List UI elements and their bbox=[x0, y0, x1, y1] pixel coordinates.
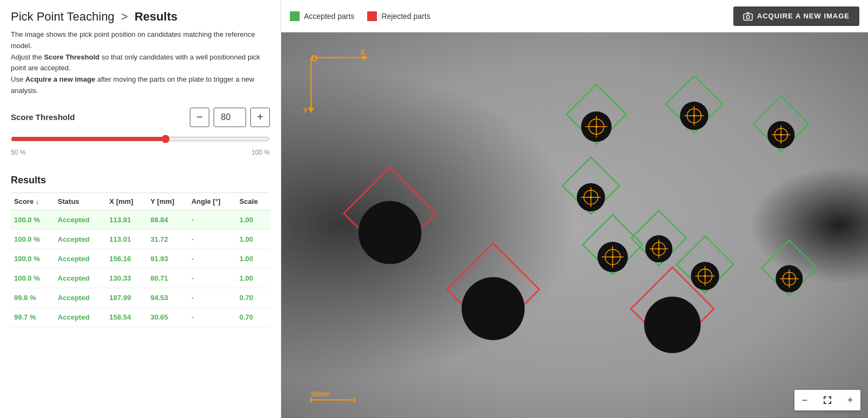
desc-line2-prefix: Adjust the bbox=[11, 53, 44, 61]
cell-row1-col3: 31.72 bbox=[147, 229, 188, 249]
slider-min-label: 50 % bbox=[11, 149, 25, 156]
cell-row4-col0: 99.8 % bbox=[11, 288, 55, 307]
legend-accepted: Accepted parts bbox=[290, 11, 354, 21]
left-panel: Pick Point Teaching > Results The image … bbox=[0, 0, 281, 418]
col-status: Status bbox=[55, 193, 107, 210]
desc-score-threshold-bold: Score Threshold bbox=[44, 53, 100, 61]
col-x: X [mm] bbox=[106, 193, 147, 210]
svg-point-36 bbox=[590, 196, 592, 198]
cell-row1-col4: - bbox=[188, 229, 236, 249]
desc-acquire-bold: Acquire a new image bbox=[25, 75, 95, 83]
desc-line3-prefix: Use bbox=[11, 75, 25, 83]
table-row[interactable]: 100.0 %Accepted113.9188.84-1.00 bbox=[11, 210, 270, 229]
zoom-controls: − + bbox=[794, 390, 860, 410]
legend-accepted-label: Accepted parts bbox=[304, 12, 354, 21]
cell-row5-col2: 158.54 bbox=[106, 307, 147, 327]
svg-rect-69 bbox=[824, 396, 825, 399]
threshold-slider-container bbox=[11, 135, 270, 145]
slider-labels: 50 % 100 % bbox=[11, 149, 270, 156]
breadcrumb: Pick Point Teaching > Results bbox=[11, 10, 270, 24]
results-section: Results Score ↓ Status X [mm] Y [mm] Ang… bbox=[11, 175, 270, 327]
breadcrumb-separator: > bbox=[121, 10, 128, 23]
table-row[interactable]: 100.0 %Accepted113.0131.72-1.00 bbox=[11, 229, 270, 249]
zoom-fit-button[interactable] bbox=[817, 390, 838, 410]
cell-row2-col3: 91.93 bbox=[147, 249, 188, 268]
image-area: O X Y 50mm − bbox=[281, 32, 868, 418]
table-row[interactable]: 99.7 %Accepted158.5430.65-0.70 bbox=[11, 307, 270, 327]
axis-y-label: Y bbox=[303, 106, 308, 115]
svg-point-48 bbox=[658, 248, 660, 250]
results-tbody: 100.0 %Accepted113.9188.84-1.00100.0 %Ac… bbox=[11, 210, 270, 327]
breadcrumb-parent[interactable]: Pick Point Teaching bbox=[11, 10, 115, 23]
scene-svg: O X Y 50mm bbox=[281, 32, 868, 418]
breadcrumb-current: Results bbox=[135, 10, 177, 23]
description-text: The image shows the pick point position … bbox=[11, 29, 270, 97]
cell-row5-col4: - bbox=[188, 307, 236, 327]
camera-icon bbox=[743, 12, 753, 21]
threshold-label: Score Threshold bbox=[11, 112, 185, 122]
cell-row1-col1: Accepted bbox=[55, 229, 107, 249]
svg-point-18 bbox=[595, 125, 598, 128]
scale-bar-label: 50mm bbox=[311, 390, 330, 398]
threshold-increment-button[interactable]: + bbox=[250, 108, 270, 127]
cell-row0-col0: 100.0 % bbox=[11, 210, 55, 229]
cell-row4-col4: - bbox=[188, 288, 236, 307]
cell-row3-col3: 80.71 bbox=[147, 268, 188, 288]
svg-point-3 bbox=[746, 15, 750, 18]
threshold-controls: Score Threshold − + bbox=[11, 108, 270, 127]
col-y: Y [mm] bbox=[147, 193, 188, 210]
table-row[interactable]: 100.0 %Accepted130.3380.71-1.00 bbox=[11, 268, 270, 288]
svg-point-60 bbox=[788, 277, 790, 280]
accepted-color-icon bbox=[290, 11, 300, 21]
right-panel: Accepted parts Rejected parts ACQUIRE A … bbox=[281, 0, 868, 418]
acquire-new-image-button[interactable]: ACQUIRE A NEW IMAGE bbox=[733, 6, 859, 26]
svg-point-42 bbox=[612, 256, 614, 258]
zoom-fit-icon bbox=[822, 395, 833, 406]
cell-row2-col0: 100.0 % bbox=[11, 249, 55, 268]
cell-row4-col5: 0.70 bbox=[236, 288, 270, 307]
col-angle: Angle [°] bbox=[188, 193, 236, 210]
threshold-value-input[interactable] bbox=[214, 108, 246, 127]
svg-point-10 bbox=[462, 277, 525, 340]
threshold-slider[interactable] bbox=[11, 135, 270, 143]
cell-row3-col5: 1.00 bbox=[236, 268, 270, 288]
cell-row5-col3: 30.65 bbox=[147, 307, 188, 327]
cell-row1-col5: 1.00 bbox=[236, 229, 270, 249]
cell-row4-col3: 94.53 bbox=[147, 288, 188, 307]
zoom-out-button[interactable]: − bbox=[794, 390, 815, 410]
svg-rect-1 bbox=[367, 11, 377, 21]
rejected-color-icon bbox=[367, 11, 377, 21]
cell-row5-col0: 99.7 % bbox=[11, 307, 55, 327]
acquire-button-label: ACQUIRE A NEW IMAGE bbox=[757, 12, 850, 20]
cell-row1-col2: 113.01 bbox=[106, 229, 147, 249]
svg-rect-2 bbox=[744, 14, 752, 20]
threshold-section: Score Threshold − + 50 % 100 % bbox=[11, 108, 270, 156]
svg-point-54 bbox=[704, 275, 706, 277]
table-row[interactable]: 100.0 %Accepted156.1691.93-1.00 bbox=[11, 249, 270, 268]
axis-origin-label: O bbox=[311, 54, 318, 63]
table-header-row: Score ↓ Status X [mm] Y [mm] Angle [°] S… bbox=[11, 193, 270, 210]
svg-rect-73 bbox=[824, 401, 825, 404]
cell-row0-col3: 88.84 bbox=[147, 210, 188, 229]
cell-row5-col5: 0.70 bbox=[236, 307, 270, 327]
svg-rect-75 bbox=[830, 401, 831, 404]
threshold-decrement-button[interactable]: − bbox=[190, 108, 209, 127]
cell-row3-col1: Accepted bbox=[55, 268, 107, 288]
cell-row4-col2: 187.99 bbox=[106, 288, 147, 307]
cell-row1-col0: 100.0 % bbox=[11, 229, 55, 249]
zoom-in-button[interactable]: + bbox=[840, 390, 860, 410]
table-row[interactable]: 99.8 %Accepted187.9994.53-0.70 bbox=[11, 288, 270, 307]
axis-x-label: X bbox=[360, 48, 366, 56]
svg-point-8 bbox=[359, 201, 422, 264]
svg-point-24 bbox=[693, 115, 695, 117]
cell-row0-col2: 113.91 bbox=[106, 210, 147, 229]
cell-row3-col2: 130.33 bbox=[106, 268, 147, 288]
cell-row0-col4: - bbox=[188, 210, 236, 229]
results-title: Results bbox=[11, 175, 270, 186]
svg-rect-0 bbox=[290, 11, 300, 21]
slider-max-label: 100 % bbox=[251, 149, 270, 156]
cell-row2-col5: 1.00 bbox=[236, 249, 270, 268]
svg-rect-71 bbox=[830, 396, 831, 399]
svg-point-30 bbox=[780, 134, 782, 136]
cell-row3-col0: 100.0 % bbox=[11, 268, 55, 288]
